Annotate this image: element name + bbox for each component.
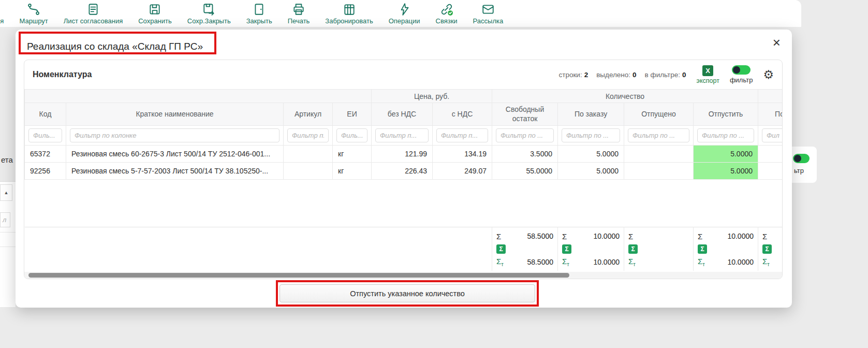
filter-input-cut[interactable] bbox=[762, 128, 782, 142]
sigma-filtered-icon: Σт bbox=[496, 257, 504, 267]
col-header-article[interactable]: Артикул bbox=[284, 103, 333, 126]
summary-to-release: Σ10.0000 Σ Σт10.0000 bbox=[694, 227, 758, 271]
print-icon bbox=[292, 3, 305, 16]
background-left-label-fragment: ета bbox=[1, 155, 13, 164]
sigma-badge-icon[interactable]: Σ bbox=[496, 244, 506, 254]
nomenclature-panel: Номенклатура строки:2 выделено:0 в фильт… bbox=[24, 60, 783, 279]
sigma-badge-icon[interactable]: Σ bbox=[628, 244, 638, 254]
cell-released bbox=[624, 146, 694, 163]
sigma-badge-icon[interactable]: Σ bbox=[562, 244, 571, 254]
panel-title: Номенклатура bbox=[33, 70, 92, 79]
toolbar-item-operations[interactable]: Операции bbox=[389, 3, 420, 25]
sigma-badge-icon[interactable]: Σ bbox=[698, 244, 707, 254]
cell-unit: кг bbox=[333, 146, 372, 163]
background-filter-input-fragment[interactable]: л bbox=[0, 212, 10, 227]
cell-code: 65372 bbox=[25, 146, 66, 163]
collapse-arrow-button[interactable]: ▲ bbox=[0, 184, 12, 201]
filter-toggle-block: фильтр bbox=[730, 65, 753, 84]
toolbar-item-mailing[interactable]: Рассылка bbox=[473, 3, 504, 25]
toolbar-item-label: Маршрут bbox=[19, 17, 48, 25]
reserve-icon bbox=[343, 3, 356, 16]
toolbar-item-print[interactable]: Печать bbox=[288, 3, 310, 25]
col-header-by-order[interactable]: По заказу bbox=[558, 103, 624, 126]
modal-title: Реализация со склада «Склад ГП РС» bbox=[27, 41, 203, 52]
filter-input-code[interactable] bbox=[28, 128, 62, 142]
excel-export-button[interactable]: X экспорт bbox=[697, 65, 719, 84]
cell-price-with-vat: 134.19 bbox=[433, 146, 492, 163]
group-header-quantity: Количество bbox=[492, 90, 758, 103]
cell-article bbox=[284, 146, 333, 163]
close-icon[interactable]: × bbox=[773, 36, 781, 49]
col-header-released[interactable]: Отпущено bbox=[624, 103, 694, 126]
toolbar-item-save-close[interactable]: Сохр.Закрыть bbox=[187, 3, 231, 25]
cell-by-order: 5.0000 bbox=[558, 146, 624, 163]
toolbar-item-approval-sheet[interactable]: Лист согласования bbox=[64, 3, 123, 25]
background-row-line bbox=[0, 247, 16, 247]
cell-by-order: 5.0000 bbox=[558, 163, 624, 180]
cell-name: Резиновая смесь 60-2675-3 Лист 500/14 ТУ… bbox=[66, 146, 284, 163]
filter-input-price-no-vat[interactable] bbox=[375, 128, 429, 142]
filter-input-article[interactable] bbox=[287, 128, 329, 142]
col-header-to-release[interactable]: Отпустить bbox=[694, 103, 758, 126]
toolbar-item-route[interactable]: Маршрут bbox=[19, 3, 48, 25]
filter-toggle[interactable] bbox=[732, 65, 751, 75]
filter-input-released[interactable] bbox=[628, 128, 689, 142]
cell-price-with-vat: 249.07 bbox=[433, 163, 492, 180]
filter-input-to-release[interactable] bbox=[697, 128, 754, 142]
sigma-badge-icon[interactable]: Σ bbox=[762, 244, 772, 254]
col-header-price-no-vat[interactable]: без НДС bbox=[372, 103, 433, 126]
rows-count: строки:2 bbox=[559, 71, 589, 79]
release-quantity-button[interactable]: Отпустить указанное количество bbox=[279, 284, 535, 302]
filter-input-price-with-vat[interactable] bbox=[436, 128, 488, 142]
horizontal-scrollbar-track bbox=[24, 272, 782, 279]
cell-released bbox=[624, 163, 694, 180]
table-row[interactable]: 65372 Резиновая смесь 60-2675-3 Лист 500… bbox=[25, 146, 783, 163]
realization-modal: Реализация со склада «Склад ГП РС» × Ном… bbox=[16, 30, 792, 308]
col-header-name[interactable]: Краткое наименование bbox=[66, 103, 284, 126]
toolbar-item-label: Забронировать bbox=[325, 17, 373, 25]
triangle-up-icon: ▲ bbox=[4, 190, 9, 195]
summary-free-balance: Σ58.5000 Σ Σт58.5000 bbox=[492, 227, 558, 271]
sum-value: 10.0000 bbox=[727, 232, 754, 240]
sigma-filtered-icon: Σт bbox=[762, 257, 770, 267]
export-label: экспорт bbox=[697, 77, 719, 84]
toolbar-item-save[interactable]: Сохранить bbox=[138, 3, 172, 25]
col-header-price-with-vat[interactable]: с НДС bbox=[433, 103, 492, 126]
sigma-filtered-icon: Σт bbox=[628, 257, 636, 267]
cell-to-release-editable[interactable]: 5.0000 bbox=[694, 146, 758, 163]
toolbar-item-close-doc[interactable]: Закрыть bbox=[246, 3, 272, 25]
col-header-cut[interactable]: По bbox=[758, 103, 782, 126]
filter-input-unit[interactable] bbox=[336, 128, 367, 142]
filter-input-free-balance[interactable] bbox=[496, 128, 554, 142]
toolbar-item-label: Сохр.Закрыть bbox=[187, 17, 231, 25]
toolbar-item-links[interactable]: Связки bbox=[436, 3, 458, 25]
sigma-icon: Σ bbox=[698, 232, 702, 241]
summary-by-order: Σ10.0000 Σ Σт10.0000 bbox=[558, 227, 624, 271]
filter-input-name[interactable] bbox=[70, 128, 279, 142]
filter-input-by-order[interactable] bbox=[562, 128, 620, 142]
cell-unit: кг bbox=[333, 163, 372, 180]
excel-icon: X bbox=[702, 65, 713, 76]
col-header-free-balance[interactable]: Свободный остаток bbox=[492, 103, 558, 126]
toolbar-item-label: Рассылка bbox=[473, 17, 504, 25]
filter-toggle-label: фильтр bbox=[730, 76, 753, 84]
sigma-icon: Σ bbox=[628, 232, 633, 241]
background-filter-toggle-fragment[interactable] bbox=[793, 154, 810, 163]
cell-to-release-editable[interactable]: 5.0000 bbox=[694, 163, 758, 180]
gear-icon[interactable]: ⚙ bbox=[763, 69, 774, 81]
toolbar-item-label: Операции bbox=[389, 17, 420, 25]
filtered-count: в фильтре:0 bbox=[645, 71, 686, 79]
toolbar-item-attachments[interactable]: жения bbox=[0, 3, 4, 25]
col-header-code[interactable]: Код bbox=[25, 103, 66, 126]
toolbar-item-label: жения bbox=[0, 17, 4, 25]
toolbar-item-reserve[interactable]: Забронировать bbox=[325, 3, 373, 25]
cell-price-no-vat: 121.99 bbox=[372, 146, 433, 163]
links-chain-icon bbox=[440, 3, 453, 16]
cell-price-no-vat: 226.43 bbox=[372, 163, 433, 180]
save-icon bbox=[148, 3, 161, 16]
table-row[interactable]: 92256 Резиновая смесь 5-7-57-2003 Лист 5… bbox=[25, 163, 783, 180]
sigma-icon: Σ bbox=[562, 232, 567, 241]
table-container: Цена, руб. Количество Код Краткое наимен… bbox=[24, 89, 782, 273]
col-header-unit[interactable]: ЕИ bbox=[333, 103, 372, 126]
horizontal-scrollbar-thumb[interactable] bbox=[28, 273, 569, 278]
